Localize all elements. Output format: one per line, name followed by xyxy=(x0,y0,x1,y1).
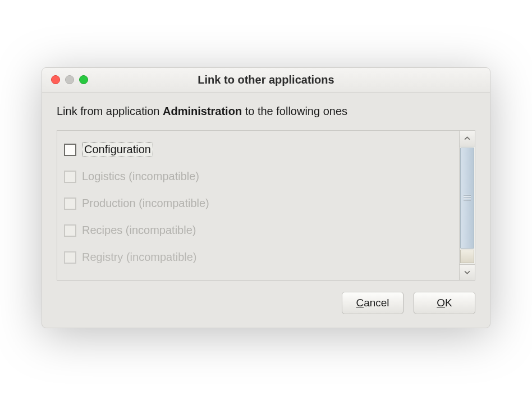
prompt-app-name: Administration xyxy=(163,105,242,117)
chevron-up-icon xyxy=(464,135,470,141)
list-item: Recipes (incompatible) xyxy=(62,217,455,244)
checkbox xyxy=(64,198,76,210)
chevron-down-icon xyxy=(464,269,470,275)
vertical-scrollbar[interactable] xyxy=(459,131,475,280)
window-title: Link to other applications xyxy=(42,74,490,86)
dialog-button-row: Cancel OK xyxy=(57,292,475,314)
list-item-label: Registry (incompatible) xyxy=(82,251,197,264)
checkbox[interactable] xyxy=(64,144,76,156)
dialog-shadow-wrapper: Link to other applications Link from app… xyxy=(42,67,490,328)
list-item-label: Recipes (incompatible) xyxy=(82,224,196,237)
prompt-suffix: to the following ones xyxy=(242,105,347,117)
scroll-up-button[interactable] xyxy=(460,131,475,146)
applications-list[interactable]: Configuration Logistics (incompatible) P… xyxy=(57,131,459,280)
prompt-text: Link from application Administration to … xyxy=(57,105,475,118)
close-window-button[interactable] xyxy=(51,75,60,84)
applications-list-box: Configuration Logistics (incompatible) P… xyxy=(57,130,475,281)
cancel-label-rest: ancel xyxy=(364,297,389,309)
checkbox xyxy=(64,224,76,237)
ok-label-rest: K xyxy=(445,297,452,309)
checkbox xyxy=(64,251,76,264)
link-applications-dialog: Link to other applications Link from app… xyxy=(42,67,490,328)
scrollbar-thumb[interactable] xyxy=(460,148,474,249)
list-item-label: Logistics (incompatible) xyxy=(82,170,199,183)
list-item-label: Production (incompatible) xyxy=(82,197,209,210)
list-item: Registry (incompatible) xyxy=(62,244,455,271)
list-item-label: Configuration xyxy=(82,142,153,157)
cancel-button[interactable]: Cancel xyxy=(342,292,403,314)
window-controls xyxy=(42,75,88,84)
list-item: Production (incompatible) xyxy=(62,190,455,217)
list-item: Logistics (incompatible) xyxy=(62,163,455,190)
checkbox xyxy=(64,171,76,183)
minimize-window-button[interactable] xyxy=(65,75,74,84)
list-item[interactable]: Configuration xyxy=(62,136,455,163)
titlebar[interactable]: Link to other applications xyxy=(42,68,490,93)
ok-button[interactable]: OK xyxy=(414,292,475,314)
dialog-body: Link from application Administration to … xyxy=(42,93,490,328)
cancel-mnemonic: C xyxy=(356,297,364,309)
prompt-prefix: Link from application xyxy=(57,105,163,117)
scrollbar-track[interactable] xyxy=(460,146,475,264)
scrollbar-track-gap[interactable] xyxy=(460,250,474,263)
ok-mnemonic: O xyxy=(437,297,445,309)
scroll-down-button[interactable] xyxy=(460,264,475,280)
maximize-window-button[interactable] xyxy=(79,75,88,84)
